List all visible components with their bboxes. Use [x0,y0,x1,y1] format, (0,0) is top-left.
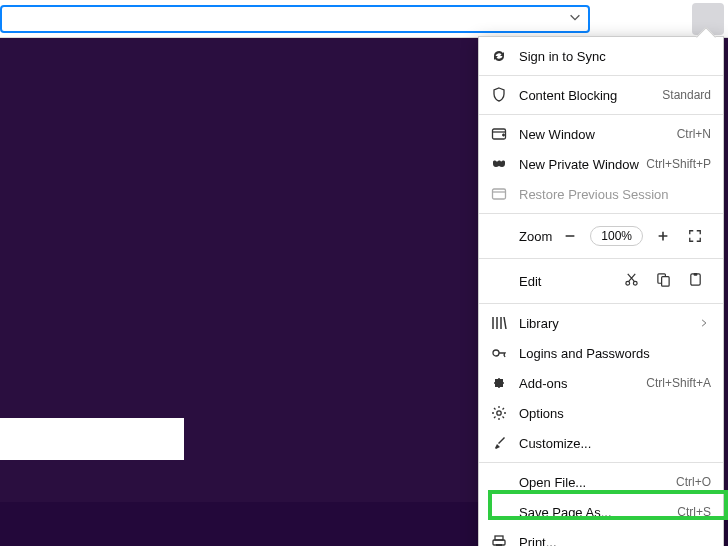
separator [479,462,723,463]
svg-point-8 [625,281,629,285]
menu-label: New Private Window [519,157,646,172]
menu-save-page[interactable]: Save Page As... Ctrl+S [479,497,723,527]
menu-content-blocking[interactable]: Content Blocking Standard [479,80,723,110]
menu-label: Customize... [519,436,711,451]
white-box [0,418,184,460]
svg-rect-13 [693,273,697,276]
dropdown-icon[interactable] [568,10,582,27]
mask-icon [491,156,507,172]
separator [479,75,723,76]
account-button[interactable] [660,3,692,35]
menu-edit-row: Edit [479,263,723,299]
print-icon [491,534,507,546]
menu-addons[interactable]: Add-ons Ctrl+Shift+A [479,368,723,398]
menu-options[interactable]: Options [479,398,723,428]
menu-label: Print... [519,535,711,547]
zoom-label: Zoom [491,229,551,244]
paste-icon [688,272,703,290]
sync-icon [491,48,507,64]
library-icon [491,315,507,331]
chevron-right-icon [699,316,711,331]
menu-new-window[interactable]: New Window Ctrl+N [479,119,723,149]
paste-button[interactable] [679,267,711,295]
cut-icon [624,272,639,290]
cut-button[interactable] [615,267,647,295]
menu-new-private-window[interactable]: New Private Window Ctrl+Shift+P [479,149,723,179]
copy-button[interactable] [647,267,679,295]
menu-value: Standard [662,88,711,102]
brush-icon [491,435,507,451]
menu-print[interactable]: Print... [479,527,723,546]
svg-point-9 [633,281,637,285]
menu-label: New Window [519,127,677,142]
window-icon [491,126,507,142]
menu-sign-in[interactable]: Sign in to Sync [479,41,723,71]
fullscreen-button[interactable] [679,222,711,250]
zoom-out-button[interactable] [554,222,586,250]
separator [479,114,723,115]
menu-label: Open File... [519,475,676,490]
sidebar-button[interactable] [628,3,660,35]
menu-zoom-row: Zoom 100% [479,218,723,254]
menu-label: Add-ons [519,376,646,391]
app-menu: Sign in to Sync Content Blocking Standar… [478,36,724,546]
url-bar[interactable] [0,5,590,33]
menu-label: Options [519,406,711,421]
menu-library[interactable]: Library [479,308,723,338]
menu-shortcut: Ctrl+Shift+P [646,157,711,171]
separator [479,303,723,304]
copy-icon [656,272,671,290]
menu-customize[interactable]: Customize... [479,428,723,458]
menu-shortcut: Ctrl+Shift+A [646,376,711,390]
browser-toolbar [0,0,728,38]
svg-rect-11 [661,277,669,286]
menu-restore-session: Restore Previous Session [479,179,723,209]
separator [479,258,723,259]
menu-label: Library [519,316,699,331]
menu-label: Logins and Passwords [519,346,711,361]
zoom-in-button[interactable] [647,222,679,250]
separator [479,213,723,214]
edit-label: Edit [491,274,551,289]
menu-label: Sign in to Sync [519,49,711,64]
menu-label: Save Page As... [519,505,677,520]
key-icon [491,345,507,361]
menu-shortcut: Ctrl+S [677,505,711,519]
restore-icon [491,186,507,202]
svg-point-15 [497,411,501,415]
library-button[interactable] [596,3,628,35]
menu-logins[interactable]: Logins and Passwords [479,338,723,368]
svg-point-14 [493,350,499,356]
menu-shortcut: Ctrl+O [676,475,711,489]
svg-rect-6 [493,189,506,199]
menu-label: Restore Previous Session [519,187,711,202]
shield-icon [491,87,507,103]
zoom-value[interactable]: 100% [590,226,643,246]
menu-label: Content Blocking [519,88,662,103]
gear-icon [491,405,507,421]
menu-open-file[interactable]: Open File... Ctrl+O [479,467,723,497]
menu-shortcut: Ctrl+N [677,127,711,141]
puzzle-icon [491,375,507,391]
